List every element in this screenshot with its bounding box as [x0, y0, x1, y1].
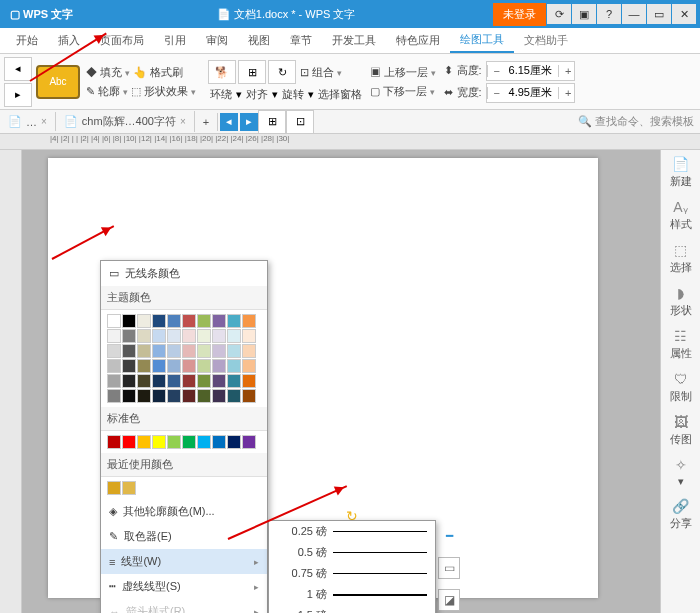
color-swatch[interactable]: [227, 359, 241, 373]
color-swatch[interactable]: [197, 329, 211, 343]
color-swatch[interactable]: [182, 359, 196, 373]
color-swatch[interactable]: [242, 374, 256, 388]
color-swatch[interactable]: [137, 359, 151, 373]
color-swatch[interactable]: [122, 314, 136, 328]
color-swatch[interactable]: [137, 389, 151, 403]
color-swatch[interactable]: [182, 314, 196, 328]
close-button[interactable]: ✕: [672, 4, 696, 24]
float-tool-1[interactable]: ▭: [438, 557, 460, 579]
color-swatch[interactable]: [182, 389, 196, 403]
line-type[interactable]: ≡ 线型(W)▸: [101, 549, 267, 574]
color-swatch[interactable]: [122, 344, 136, 358]
tab-view[interactable]: 视图: [238, 29, 280, 52]
color-swatch[interactable]: [167, 389, 181, 403]
maximize-button[interactable]: ▭: [647, 4, 671, 24]
color-swatch[interactable]: [152, 359, 166, 373]
color-swatch[interactable]: [122, 389, 136, 403]
standard-color-row[interactable]: [101, 431, 267, 453]
color-swatch[interactable]: [182, 374, 196, 388]
recent-color-row[interactable]: [101, 477, 267, 499]
color-swatch[interactable]: [227, 389, 241, 403]
tab-nav-left[interactable]: ◂: [220, 113, 238, 131]
send-backward[interactable]: ▢ 下移一层 ▾: [368, 83, 438, 100]
color-swatch[interactable]: [107, 359, 121, 373]
tab-tool-1[interactable]: ⊞: [258, 110, 286, 134]
color-swatch[interactable]: [227, 344, 241, 358]
color-swatch[interactable]: [227, 374, 241, 388]
color-swatch[interactable]: [137, 435, 151, 449]
side-upload[interactable]: 🖼传图: [670, 414, 692, 447]
help-icon[interactable]: ?: [597, 4, 621, 24]
tab-chapter[interactable]: 章节: [280, 29, 322, 52]
color-swatch[interactable]: [107, 329, 121, 343]
color-swatch[interactable]: [152, 389, 166, 403]
color-swatch[interactable]: [122, 359, 136, 373]
login-status[interactable]: 未登录: [493, 3, 546, 26]
tab-reference[interactable]: 引用: [154, 29, 196, 52]
float-minus-icon[interactable]: ━: [438, 525, 460, 547]
color-swatch[interactable]: [242, 359, 256, 373]
color-swatch[interactable]: [167, 374, 181, 388]
outline-button[interactable]: ✎ 轮廓 ▾ ⬚ 形状效果 ▾: [84, 83, 198, 100]
color-swatch[interactable]: [197, 435, 211, 449]
color-swatch[interactable]: [107, 314, 121, 328]
color-swatch[interactable]: [242, 329, 256, 343]
color-swatch[interactable]: [152, 374, 166, 388]
wrap-button[interactable]: 环绕: [208, 86, 234, 103]
width-field[interactable]: −4.95厘米+: [486, 83, 575, 103]
color-swatch[interactable]: [152, 314, 166, 328]
fill-button[interactable]: ◆ 填充 ▾ 👆 格式刷: [84, 64, 198, 81]
line-width-0.5 磅[interactable]: 0.5 磅: [269, 542, 435, 563]
no-line-color[interactable]: ▭ 无线条颜色: [101, 261, 267, 286]
minimize-button[interactable]: —: [622, 4, 646, 24]
theme-color-grid[interactable]: [101, 310, 267, 407]
side-limit[interactable]: 🛡限制: [670, 371, 692, 404]
color-swatch[interactable]: [167, 344, 181, 358]
rotate-button[interactable]: 旋转: [280, 86, 306, 103]
color-swatch[interactable]: [167, 435, 181, 449]
side-select[interactable]: ⬚选择: [670, 242, 692, 275]
align-button[interactable]: 对齐: [244, 86, 270, 103]
tab-special[interactable]: 特色应用: [386, 29, 450, 52]
color-swatch[interactable]: [137, 314, 151, 328]
shape-preview[interactable]: Abc: [36, 65, 80, 99]
color-swatch[interactable]: [212, 329, 226, 343]
line-width-1 磅[interactable]: 1 磅: [269, 584, 435, 605]
color-swatch[interactable]: [212, 314, 226, 328]
side-shape[interactable]: ◗形状: [670, 285, 692, 318]
group-button[interactable]: ⊡ 组合 ▾: [298, 64, 344, 81]
line-width-0.25 磅[interactable]: 0.25 磅: [269, 521, 435, 542]
color-swatch[interactable]: [242, 435, 256, 449]
color-swatch[interactable]: [242, 344, 256, 358]
color-swatch[interactable]: [197, 374, 211, 388]
side-new[interactable]: 📄新建: [670, 156, 692, 189]
color-swatch[interactable]: [197, 344, 211, 358]
search-input[interactable]: 🔍 查找命令、搜索模板: [578, 114, 700, 129]
color-swatch[interactable]: [242, 314, 256, 328]
color-swatch[interactable]: [107, 344, 121, 358]
color-swatch[interactable]: [137, 329, 151, 343]
color-swatch[interactable]: [152, 435, 166, 449]
tab-start[interactable]: 开始: [6, 29, 48, 52]
color-swatch[interactable]: [122, 481, 136, 495]
doc-tab-2[interactable]: 📄 chm陈辉…400字符×: [56, 111, 195, 132]
color-swatch[interactable]: [167, 329, 181, 343]
color-swatch[interactable]: [212, 344, 226, 358]
color-swatch[interactable]: [212, 359, 226, 373]
tab-doc-helper[interactable]: 文档助手: [514, 29, 578, 52]
color-swatch[interactable]: [197, 359, 211, 373]
selection-pane[interactable]: 选择窗格: [316, 86, 364, 103]
color-swatch[interactable]: [122, 435, 136, 449]
color-swatch[interactable]: [212, 435, 226, 449]
line-width-0.75 磅[interactable]: 0.75 磅: [269, 563, 435, 584]
color-swatch[interactable]: [152, 329, 166, 343]
expand-icon[interactable]: ▣: [572, 4, 596, 24]
more-colors[interactable]: ◈ 其他轮廓颜色(M)...: [101, 499, 267, 524]
color-swatch[interactable]: [212, 374, 226, 388]
tab-review[interactable]: 审阅: [196, 29, 238, 52]
line-width-1.5 磅[interactable]: 1.5 磅: [269, 605, 435, 613]
side-style[interactable]: Aᵧ样式: [670, 199, 692, 232]
color-swatch[interactable]: [122, 329, 136, 343]
color-swatch[interactable]: [227, 329, 241, 343]
float-tool-2[interactable]: ◪: [438, 589, 460, 611]
